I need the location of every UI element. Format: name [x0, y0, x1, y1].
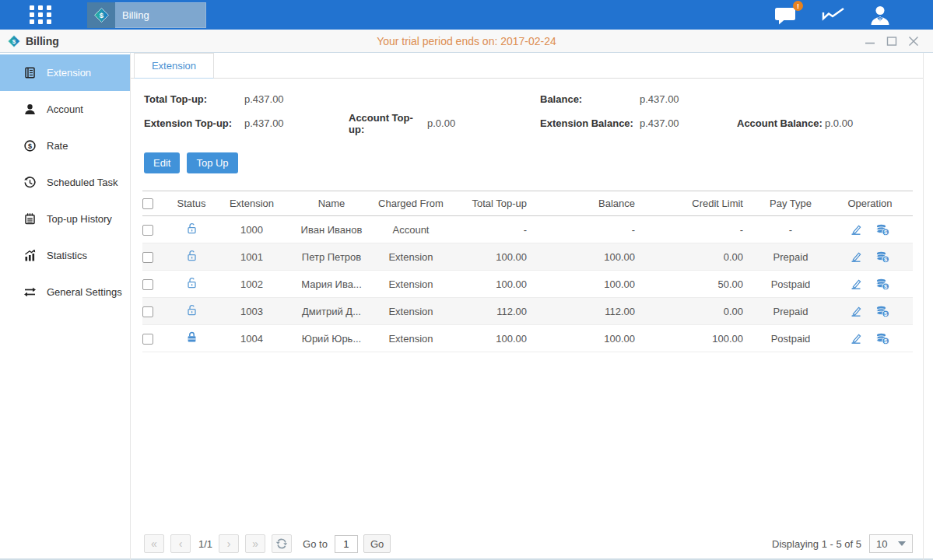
- messages-icon[interactable]: !: [774, 5, 798, 25]
- dollar-coin-icon: $: [23, 139, 37, 152]
- sidebar-item-account[interactable]: Account: [0, 91, 130, 128]
- edit-button[interactable]: Edit: [144, 152, 180, 173]
- page-size-select[interactable]: 10: [869, 534, 913, 553]
- pagination-bar: « ‹ 1/1 › » Go to Go Displaying 1 - 5 of…: [144, 534, 913, 553]
- top-up-button[interactable]: Top Up: [187, 152, 237, 173]
- first-page-button[interactable]: «: [144, 534, 164, 553]
- edit-row-icon[interactable]: [850, 278, 863, 291]
- cell-name: Юрий Юрь...: [286, 325, 377, 352]
- locked-icon[interactable]: [185, 331, 198, 344]
- cell-balance: -: [538, 216, 646, 243]
- edit-row-icon[interactable]: [850, 223, 863, 236]
- user-icon[interactable]: [869, 5, 891, 25]
- sidebar-item-label: General Settings: [47, 286, 122, 298]
- bar-chart-icon: [23, 249, 37, 262]
- table-row: 1004 Юрий Юрь... Extension 100.00 100.00…: [142, 325, 913, 352]
- refresh-button[interactable]: [272, 534, 292, 553]
- top-bar: Billing !: [0, 0, 933, 30]
- top-up-row-icon[interactable]: [875, 223, 890, 236]
- sidebar-item-extension[interactable]: Extension: [0, 54, 130, 91]
- person-icon: [23, 103, 37, 116]
- cell-extension: 1002: [217, 271, 286, 298]
- extension-topup-label: Extension Top-up:: [144, 117, 244, 129]
- chevron-down-icon: [898, 541, 906, 546]
- maximize-button[interactable]: [886, 36, 897, 47]
- close-button[interactable]: [908, 36, 919, 47]
- unlocked-icon[interactable]: [185, 249, 198, 262]
- statistics-chart-icon[interactable]: [821, 5, 846, 24]
- history-clock-icon: [23, 176, 37, 189]
- select-all-checkbox[interactable]: [142, 198, 153, 209]
- sidebar-item-rate[interactable]: $ Rate: [0, 128, 130, 164]
- sidebar-item-label: Top-up History: [47, 213, 112, 225]
- minimize-button[interactable]: [865, 36, 875, 47]
- cell-credit-limit: 0.00: [646, 298, 754, 325]
- sidebar-item-topup-history[interactable]: Top-up History: [0, 201, 130, 237]
- billing-app-tab-label: Billing: [115, 2, 149, 28]
- cell-charged-from: Account: [377, 216, 445, 243]
- cell-balance: 100.00: [538, 271, 646, 298]
- sidebar-item-scheduled-task[interactable]: Scheduled Task: [0, 164, 130, 201]
- sidebar: Extension Account $ Rate: [0, 53, 131, 560]
- cell-extension: 1001: [217, 243, 286, 271]
- tab-bar: Extension: [131, 53, 923, 79]
- table-row: 1001 Петр Петров Extension 100.00 100.00…: [142, 243, 913, 271]
- last-page-button[interactable]: »: [245, 534, 265, 553]
- cell-pay-type: Prepaid: [754, 298, 827, 325]
- cell-pay-type: Prepaid: [754, 243, 827, 271]
- col-charged-from: Charged From: [377, 191, 445, 216]
- unlocked-icon[interactable]: [185, 276, 198, 289]
- billing-diamond-icon: [87, 2, 115, 28]
- tab-extension[interactable]: Extension: [134, 53, 214, 79]
- row-checkbox[interactable]: [142, 279, 153, 290]
- cell-balance: 100.00: [538, 243, 646, 271]
- row-checkbox[interactable]: [142, 306, 153, 317]
- window-title-area: Billing: [0, 35, 59, 47]
- cell-extension: 1004: [217, 325, 286, 352]
- table-row: 1003 Дмитрий Д... Extension 112.00 112.0…: [142, 298, 913, 325]
- unlocked-icon[interactable]: [185, 222, 198, 235]
- cell-charged-from: Extension: [377, 243, 445, 271]
- goto-label: Go to: [303, 538, 328, 550]
- top-up-row-icon[interactable]: [875, 332, 890, 345]
- cell-extension: 1000: [217, 216, 286, 243]
- top-up-row-icon[interactable]: [875, 278, 890, 291]
- total-topup-label: Total Top-up:: [144, 93, 244, 105]
- sidebar-item-label: Scheduled Task: [47, 177, 118, 188]
- sidebar-item-general-settings[interactable]: General Settings: [0, 274, 130, 310]
- app-launcher-grid-icon[interactable]: [28, 5, 53, 25]
- extension-topup-value: p.437.00: [244, 117, 349, 129]
- cell-charged-from: Extension: [377, 325, 445, 352]
- cell-total-topup: 100.00: [445, 271, 538, 298]
- sidebar-item-statistics[interactable]: Statistics: [0, 237, 130, 274]
- edit-row-icon[interactable]: [850, 250, 863, 264]
- cell-extension: 1003: [217, 298, 286, 325]
- sidebar-item-label: Rate: [47, 140, 68, 152]
- next-page-button[interactable]: ›: [219, 534, 239, 553]
- edit-row-icon[interactable]: [850, 332, 863, 345]
- cell-total-topup: -: [445, 216, 538, 243]
- go-button[interactable]: Go: [363, 534, 391, 553]
- col-status: Status: [166, 191, 217, 216]
- page-indicator: 1/1: [198, 538, 212, 550]
- empty-area: [131, 352, 923, 534]
- arrows-exchange-icon: [23, 285, 37, 299]
- cell-pay-type: -: [754, 216, 827, 243]
- col-pay-type: Pay Type: [754, 191, 827, 216]
- cell-pay-type: Postpaid: [754, 325, 827, 352]
- row-checkbox[interactable]: [142, 334, 153, 345]
- unlocked-icon[interactable]: [185, 303, 198, 317]
- refresh-icon: [275, 537, 288, 550]
- cell-credit-limit: -: [646, 216, 754, 243]
- window-controls: [865, 36, 933, 47]
- prev-page-button[interactable]: ‹: [170, 534, 191, 553]
- row-checkbox[interactable]: [142, 225, 153, 236]
- col-operation: Operation: [827, 191, 913, 216]
- goto-page-input[interactable]: [335, 535, 358, 553]
- edit-row-icon[interactable]: [850, 305, 863, 318]
- top-up-row-icon[interactable]: [875, 250, 890, 264]
- billing-app-tab[interactable]: Billing: [87, 2, 206, 28]
- row-checkbox[interactable]: [142, 252, 153, 263]
- top-up-row-icon[interactable]: [875, 305, 890, 318]
- cell-name: Иван Иванов: [286, 216, 377, 243]
